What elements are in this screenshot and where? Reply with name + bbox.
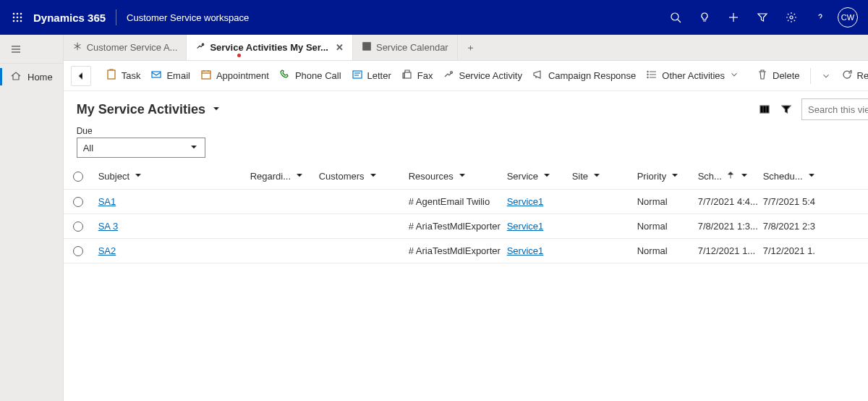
chevron-down-icon: [670, 170, 680, 182]
col-scheduled-end[interactable]: Schedu...: [757, 170, 815, 182]
cmd-label: Delete: [773, 70, 800, 81]
cmd-fax[interactable]: Fax: [401, 69, 433, 83]
col-label: Site: [572, 171, 588, 182]
tab-service-activities[interactable]: Service Activities My Ser... ✕: [187, 35, 353, 60]
tab-label: Service Calendar: [376, 42, 448, 53]
campaign-icon: [532, 69, 544, 83]
chevron-down-icon: [542, 170, 552, 182]
view-picker[interactable]: My Service Activities: [77, 102, 221, 117]
scheduled-end-cell: 7/8/2021 2:3...: [757, 221, 815, 232]
chevron-down-icon: [294, 170, 305, 182]
col-priority[interactable]: Priority: [631, 170, 692, 182]
col-scheduled-start[interactable]: Sch...: [692, 170, 757, 182]
row-selector[interactable]: [64, 246, 93, 256]
filter-icon[interactable]: [748, 0, 777, 35]
nav-item-home[interactable]: Home: [0, 64, 63, 90]
row-selector[interactable]: [64, 197, 93, 207]
chevron-down-icon: [368, 170, 378, 182]
chevron-down-icon: [807, 170, 815, 182]
due-dropdown[interactable]: All: [77, 138, 205, 158]
divider: [116, 9, 116, 25]
cmd-refresh[interactable]: Refresh: [841, 69, 868, 83]
task-icon: [106, 69, 117, 83]
refresh-icon: [841, 69, 853, 83]
subject-link[interactable]: SA2: [98, 245, 116, 256]
service-link[interactable]: Service1: [507, 221, 544, 232]
cmd-label: Task: [122, 70, 141, 81]
tab-service-calendar[interactable]: Service Calendar: [353, 35, 458, 60]
cmd-label: Campaign Response: [548, 70, 636, 81]
cmd-label: Fax: [417, 70, 433, 81]
select-all-cell[interactable]: [64, 172, 93, 182]
menu-toggle-icon[interactable]: [0, 35, 63, 64]
view-header: My Service Activities: [64, 91, 868, 123]
new-icon[interactable]: [719, 0, 748, 35]
cmd-email[interactable]: Email: [150, 69, 190, 83]
brand-label[interactable]: Dynamics 365: [33, 12, 106, 24]
cmd-appointment[interactable]: Appointment: [200, 69, 269, 83]
table-row[interactable]: SA 3# AriaTestMdlExporterService1Normal7…: [64, 214, 868, 239]
col-label: Schedu...: [763, 171, 803, 182]
col-regarding[interactable]: Regardi...: [244, 170, 313, 182]
col-customers[interactable]: Customers: [313, 170, 403, 182]
table-row[interactable]: SA1# AgentEmail TwilioService1Normal7/7/…: [64, 190, 868, 214]
list-icon: [646, 69, 658, 83]
search-icon[interactable]: [661, 0, 690, 35]
chevron-down-icon: [211, 102, 221, 117]
col-site[interactable]: Site: [566, 170, 631, 182]
settings-icon[interactable]: [777, 0, 806, 35]
service-link[interactable]: Service1: [507, 196, 544, 207]
app-name[interactable]: Customer Service workspace: [127, 12, 249, 23]
cmd-delete-split[interactable]: [821, 71, 831, 81]
cmd-letter[interactable]: Letter: [352, 69, 391, 83]
col-service[interactable]: Service: [501, 170, 566, 182]
col-subject[interactable]: Subject: [93, 170, 244, 182]
cmd-task[interactable]: Task: [106, 69, 141, 83]
tab-customer-service-agent[interactable]: Customer Service A...: [64, 35, 187, 60]
help-icon[interactable]: [806, 0, 835, 35]
cmd-label: Service Activity: [459, 70, 522, 81]
cmd-phone-call[interactable]: Phone Call: [279, 69, 341, 83]
filter-icon[interactable]: [775, 98, 797, 120]
cmd-label: Letter: [367, 70, 391, 81]
subject-link[interactable]: SA1: [98, 196, 116, 207]
col-label: Priority: [637, 171, 666, 182]
cmd-campaign-response[interactable]: Campaign Response: [532, 69, 636, 83]
close-tab-icon[interactable]: ✕: [336, 42, 344, 53]
filter-panel: Due All: [64, 123, 868, 164]
search-input[interactable]: [801, 98, 868, 120]
cmd-other-activities[interactable]: Other Activities: [646, 69, 736, 83]
dropdown-value: All: [83, 143, 93, 153]
row-selector[interactable]: [64, 221, 93, 232]
subject-link[interactable]: SA 3: [98, 221, 118, 232]
service-link[interactable]: Service1: [507, 245, 544, 256]
cmd-label: Appointment: [216, 70, 269, 81]
main-area: Customer Service A... Service Activities…: [64, 35, 868, 401]
chevron-down-icon: [729, 69, 736, 82]
cmd-label: Refresh: [857, 70, 868, 81]
priority-cell: Normal: [631, 245, 692, 256]
tab-label: Customer Service A...: [87, 42, 178, 53]
cmd-service-activity[interactable]: Service Activity: [443, 69, 522, 83]
chevron-down-icon: [133, 170, 143, 182]
search-box[interactable]: [801, 98, 868, 120]
sort-asc-icon: [726, 170, 736, 182]
scheduled-start-cell: 7/7/2021 4:4...: [692, 196, 757, 207]
add-tab-button[interactable]: ＋: [458, 35, 484, 60]
cmd-label: Other Activities: [662, 70, 725, 81]
edit-columns-icon[interactable]: [754, 98, 775, 120]
assistant-icon[interactable]: [690, 0, 719, 35]
col-resources[interactable]: Resources: [403, 170, 501, 182]
resources-cell: # AriaTestMdlExporter: [403, 245, 501, 256]
col-label: Subject: [98, 171, 129, 182]
cmd-delete[interactable]: Delete: [757, 69, 800, 83]
back-button[interactable]: [71, 66, 91, 86]
command-bar: Task Email Appointment Phone Call Letter…: [64, 61, 868, 91]
app-launcher-icon[interactable]: [6, 6, 29, 29]
user-avatar[interactable]: CW: [838, 7, 858, 28]
resources-cell: # AgentEmail Twilio: [403, 196, 501, 207]
service-activity-icon: [195, 41, 205, 54]
email-icon: [150, 69, 162, 83]
radio-icon: [73, 172, 83, 182]
table-row[interactable]: SA2# AriaTestMdlExporterService1Normal7/…: [64, 239, 868, 263]
